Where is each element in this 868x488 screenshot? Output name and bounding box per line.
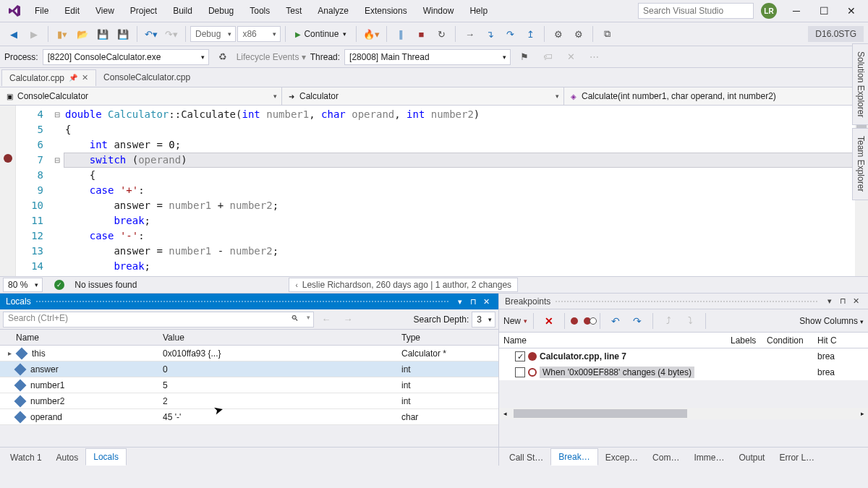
menu-analyze[interactable]: Analyze bbox=[310, 3, 356, 19]
tab-consolecalculator-cpp[interactable]: ConsoleCalculator.cpp bbox=[96, 69, 198, 85]
search-input[interactable] bbox=[638, 3, 754, 19]
tab-calculator-cpp[interactable]: Calculator.cpp📌✕ bbox=[1, 69, 96, 86]
restart-button[interactable]: ↻ bbox=[432, 25, 451, 43]
show-columns-dropdown[interactable]: Show Columns bbox=[799, 316, 864, 326]
tab-error-l-[interactable]: Error L… bbox=[772, 450, 822, 466]
tab-com-[interactable]: Com… bbox=[645, 450, 686, 466]
close-button[interactable]: ✕ bbox=[839, 1, 864, 20]
import-icon[interactable]: ⤵ bbox=[681, 312, 699, 330]
codelens[interactable]: ‹Leslie Richardson, 260 days ago | 1 aut… bbox=[289, 278, 518, 292]
class-dropdown[interactable]: ➜Calculator bbox=[282, 87, 564, 105]
continue-button[interactable]: ▶Continue bbox=[290, 25, 352, 43]
search-prev-icon[interactable]: ← bbox=[317, 311, 336, 328]
menu-extensions[interactable]: Extensions bbox=[357, 3, 414, 19]
menu-project[interactable]: Project bbox=[123, 3, 164, 19]
breakpoints-title[interactable]: Breakpoints ▾ ⊓ ✕ bbox=[499, 294, 868, 309]
menu-test[interactable]: Test bbox=[278, 3, 309, 19]
flag-icon[interactable]: ⚑ bbox=[515, 48, 534, 66]
new-file-button[interactable]: ▮▾ bbox=[53, 25, 72, 43]
platform-dropdown[interactable]: x86 bbox=[237, 26, 281, 42]
tab-locals[interactable]: Locals bbox=[85, 448, 127, 466]
panel-dropdown-icon[interactable]: ▾ bbox=[823, 295, 836, 308]
code-editor[interactable]: 4567891011121314 ⊟⊟ double Calculator::C… bbox=[0, 106, 868, 276]
step-out-button[interactable]: ↥ bbox=[521, 25, 540, 43]
nav-back-button[interactable]: ◀ bbox=[4, 25, 23, 43]
locals-search-input[interactable]: Search (Ctrl+E)▾ bbox=[3, 312, 314, 328]
tab-call-st-[interactable]: Call St… bbox=[502, 450, 550, 466]
stop-button[interactable]: ■ bbox=[412, 25, 430, 43]
tab-autos[interactable]: Autos bbox=[49, 450, 86, 466]
live-share-icon[interactable]: ⧉ bbox=[597, 25, 616, 43]
dock-team-explorer[interactable]: Team Explorer bbox=[852, 128, 868, 200]
locals-header[interactable]: Name Value Type bbox=[0, 330, 498, 346]
enable-all-icon[interactable] bbox=[571, 316, 581, 326]
threads-icon[interactable]: ⋯ bbox=[584, 48, 603, 66]
disable-all-icon[interactable] bbox=[584, 316, 594, 326]
locals-row[interactable]: ▸this0x010ffa93 {...}Calculator * bbox=[0, 346, 498, 361]
tools-icon[interactable]: ⚙ bbox=[549, 25, 568, 43]
tab-excep-[interactable]: Excep… bbox=[598, 450, 645, 466]
tab-imme-[interactable]: Imme… bbox=[686, 450, 731, 466]
tab-watch-1[interactable]: Watch 1 bbox=[3, 450, 49, 466]
menu-window[interactable]: Window bbox=[416, 3, 461, 19]
config-dropdown[interactable]: Debug bbox=[190, 26, 236, 42]
locals-row[interactable]: number22int bbox=[0, 393, 498, 409]
locals-row[interactable]: answer0int bbox=[0, 361, 498, 377]
stackframe-icon[interactable]: ✕ bbox=[561, 48, 580, 66]
lifecycle-label[interactable]: Lifecycle Events ▾ bbox=[237, 52, 306, 62]
dock-solution-explorer[interactable]: Solution Explorer bbox=[852, 43, 868, 125]
checkbox[interactable]: ✓ bbox=[515, 351, 525, 361]
menu-view[interactable]: View bbox=[88, 3, 122, 19]
menu-file[interactable]: File bbox=[27, 3, 56, 19]
save-button[interactable]: 💾 bbox=[93, 25, 112, 43]
horizontal-scrollbar[interactable]: ◂▸ bbox=[499, 408, 868, 419]
new-breakpoint-button[interactable]: New bbox=[503, 316, 527, 326]
undo-icon[interactable]: ↶ bbox=[606, 312, 625, 330]
breakpoint-icon[interactable] bbox=[4, 154, 12, 163]
menu-debug[interactable]: Debug bbox=[201, 3, 241, 19]
redo-button[interactable]: ↷▾ bbox=[162, 25, 181, 43]
pin-icon[interactable]: 📌 bbox=[69, 74, 77, 82]
tab-output[interactable]: Output bbox=[731, 450, 772, 466]
tab-break-[interactable]: Break… bbox=[550, 448, 597, 466]
open-button[interactable]: 📂 bbox=[73, 25, 92, 43]
maximize-button[interactable]: ☐ bbox=[812, 1, 836, 20]
locals-row[interactable]: operand45 '-'char bbox=[0, 409, 498, 425]
undo-button[interactable]: ↶▾ bbox=[142, 25, 161, 43]
delete-breakpoint-button[interactable]: ✕ bbox=[540, 312, 558, 330]
breakpoint-gutter[interactable] bbox=[0, 106, 16, 276]
break-all-button[interactable]: ∥ bbox=[391, 25, 410, 43]
menu-tools[interactable]: Tools bbox=[242, 3, 277, 19]
breakpoint-row[interactable]: ✓Calculator.cpp, line 7brea bbox=[499, 348, 868, 364]
menu-build[interactable]: Build bbox=[166, 3, 200, 19]
tools-icon-2[interactable]: ⚙ bbox=[569, 25, 588, 43]
save-all-button[interactable]: 💾 bbox=[114, 25, 132, 43]
show-next-button[interactable]: → bbox=[460, 25, 479, 43]
thread-dropdown[interactable]: [28008] Main Thread bbox=[344, 49, 511, 65]
export-icon[interactable]: ⤴ bbox=[659, 312, 678, 330]
process-dropdown[interactable]: [8220] ConsoleCalculator.exe bbox=[43, 49, 209, 65]
fold-gutter[interactable]: ⊟⊟ bbox=[51, 106, 64, 276]
recycle-icon[interactable]: ♻ bbox=[213, 48, 232, 66]
nav-fwd-button[interactable]: ▶ bbox=[25, 25, 43, 43]
menu-edit[interactable]: Edit bbox=[57, 3, 87, 19]
hot-reload-button[interactable]: 🔥▾ bbox=[361, 25, 382, 43]
zoom-dropdown[interactable]: 80 % bbox=[3, 278, 43, 292]
tag-icon[interactable]: 🏷 bbox=[538, 48, 557, 66]
locals-title[interactable]: Locals ▾ ⊓ ✕ bbox=[0, 294, 498, 309]
panel-dropdown-icon[interactable]: ▾ bbox=[454, 295, 467, 308]
close-icon[interactable]: ✕ bbox=[480, 295, 493, 308]
step-over-button[interactable]: ↷ bbox=[501, 25, 519, 43]
code-area[interactable]: double Calculator::Calculate(int number1… bbox=[64, 106, 855, 276]
scope-dropdown[interactable]: ▣ConsoleCalculator bbox=[0, 87, 282, 105]
close-icon[interactable]: ✕ bbox=[82, 73, 88, 82]
step-into-button[interactable]: ↴ bbox=[480, 25, 499, 43]
pin-icon[interactable]: ⊓ bbox=[836, 295, 849, 308]
pin-icon[interactable]: ⊓ bbox=[467, 295, 480, 308]
breakpoints-header[interactable]: Name Labels Condition Hit C bbox=[499, 333, 868, 348]
breakpoint-row[interactable]: When '0x009EF888' changes (4 bytes)brea bbox=[499, 364, 868, 380]
locals-row[interactable]: number15int bbox=[0, 377, 498, 393]
close-icon[interactable]: ✕ bbox=[849, 295, 862, 308]
checkbox[interactable] bbox=[515, 367, 525, 377]
avatar[interactable]: LR bbox=[761, 3, 777, 19]
